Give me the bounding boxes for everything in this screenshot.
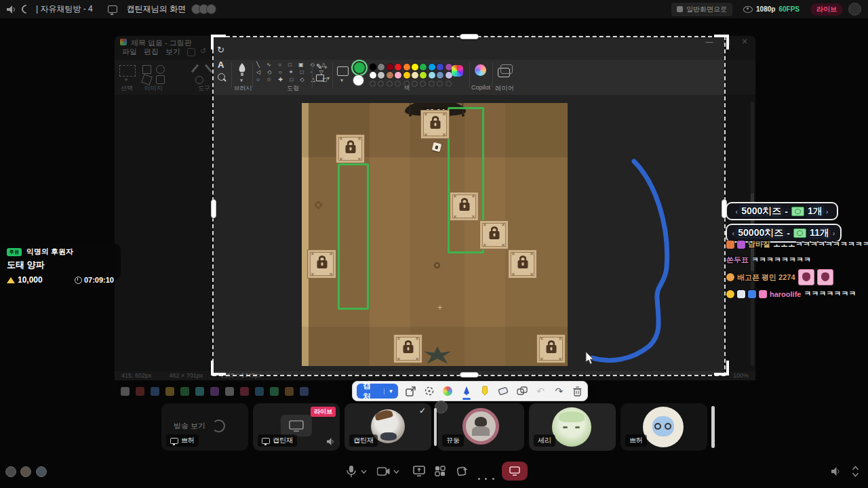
capture-toolbar: 캡처 ▼ ↶ ↷ [352,381,588,401]
stop-sharing-button[interactable] [502,462,528,481]
capture-button[interactable]: 캡처 ▼ [357,384,398,399]
chat-text: ㅋㅋㅋㅋㅋㅋㅋ [804,289,856,299]
camera-button[interactable] [377,467,390,476]
recapture-icon[interactable] [424,386,435,397]
selection-corner-handle[interactable] [211,361,226,375]
right-arrow-icon[interactable]: › [833,229,835,237]
chat-badge-icon [748,290,756,298]
profile-button[interactable] [848,3,861,16]
watch-broadcast-button[interactable]: 방송 보기 [174,421,205,431]
expand-collapse-icon[interactable] [852,466,859,477]
active-tool-indicator [462,398,471,400]
taskbar-app-icon[interactable] [255,387,264,396]
taskbar-app-icon[interactable] [285,387,294,396]
donation-title: 익명의 후원자 [26,247,73,257]
cheese-button-5000[interactable]: ‹ 5000치즈 - 1개 › [726,202,838,220]
apps-grid-button[interactable] [435,466,446,476]
tiles-scroll-indicator[interactable] [434,408,437,446]
participant-avatars [5,466,47,480]
taskbar-app-icon[interactable] [180,387,189,396]
eraser-tool[interactable] [498,386,509,397]
redo-button[interactable]: ↷ [553,386,564,397]
cheese-amount: 5000치즈 [741,205,781,218]
chat-username[interactable]: 쏜두표 [726,255,749,265]
selection-bottom-handle[interactable] [460,372,479,378]
donation-badge: 후원 [7,248,22,256]
selection-corner-handle[interactable] [211,35,226,49]
chat-badge-icon [726,290,734,298]
tile-avatar-ppeuheo[interactable]: 쁘허 [620,403,707,451]
selection-top-handle[interactable] [460,34,479,39]
paint-app-shortcut-icon[interactable] [442,386,453,397]
tile-avatar-seri[interactable]: 세리 [529,403,616,451]
live-badge: 라이브 [810,3,843,16]
tile-name-label: 캡틴재 [349,434,378,447]
donation-name: 도태 양파 [7,259,114,271]
avatar[interactable] [20,466,31,477]
chat-badge-icon [726,241,734,249]
chat-badge-icon [726,273,734,281]
screen-mode-button[interactable]: 일반화면으로 [671,3,732,16]
microphone-button[interactable] [346,465,357,478]
tiles-scrollbar[interactable] [711,406,715,448]
chat-username[interactable]: 남바질 [748,239,770,249]
undo-button: ↶ [535,386,546,397]
left-arrow-icon[interactable]: ‹ [736,207,738,216]
tile-avatar-kkyudung[interactable]: 뀨둥 [437,403,524,451]
donation-amount: 10,000 [18,275,43,285]
taskbar-app-icon[interactable] [225,387,234,396]
effects-button[interactable] [456,466,468,476]
dash: - [787,228,790,239]
taskbar-app-icon[interactable] [210,387,219,396]
camera-options-chevron-icon[interactable] [393,470,399,474]
more-options-button[interactable] [478,470,494,483]
monitor-icon [509,466,520,476]
ballpoint-pen-tool[interactable] [461,386,472,397]
call-icon[interactable] [20,3,32,15]
avatar[interactable] [36,466,47,477]
tile-name-label: 쁘허 [625,434,647,447]
stream-quality[interactable]: 1080p 60FPS [738,3,805,15]
taskbar-app-icon[interactable] [165,387,174,396]
taskbar-strip [121,386,315,399]
selection-corner-handle[interactable] [714,35,729,49]
monitor-icon [170,438,178,444]
left-arrow-icon[interactable]: ‹ [732,229,735,237]
taskbar-app-icon[interactable] [151,387,159,396]
mic-options-chevron-icon[interactable] [361,470,367,474]
taskbar-app-icon[interactable] [195,387,204,396]
delete-button[interactable] [572,386,583,397]
cheese-bill-icon [793,228,806,238]
output-volume-icon[interactable] [831,467,842,476]
chat-username[interactable]: 배고픈 평민 2274 [737,272,795,283]
tile-broadcast-ppeuheo[interactable]: 방송 보기 쁘허 [161,403,248,451]
shapes-tool[interactable] [517,386,528,397]
refresh-icon[interactable] [212,420,225,432]
mode-icon [677,6,683,12]
share-screen-button[interactable] [413,466,425,476]
capture-selection-rect[interactable] [214,37,724,375]
tile-volume-icon[interactable] [327,438,335,445]
tile-screen-captainjae[interactable]: 라이브 캡틴재 [253,403,340,451]
screen-title: 캡틴재님의 화면 [127,3,186,15]
right-arrow-icon[interactable]: › [826,207,829,216]
cheese-count: 1개 [808,205,823,218]
taskbar-app-icon[interactable] [121,387,130,396]
chat-username[interactable]: haroolife [770,290,801,298]
open-in-app-icon[interactable] [406,386,416,397]
selection-left-handle[interactable] [211,199,216,218]
avatar[interactable] [5,466,16,477]
tile-avatar-captainjae[interactable]: ✓ 캡틴재 [344,403,431,451]
taskbar-app-icon[interactable] [136,387,144,396]
highlighter-tool[interactable] [479,386,490,397]
chat-emote [798,269,814,285]
taskbar-app-icon[interactable] [300,387,309,396]
capture-dropdown-icon[interactable]: ▼ [384,388,398,394]
speaker-icon[interactable] [7,5,16,14]
taskbar-app-icon[interactable] [270,387,279,396]
cheese-count: 11개 [810,227,829,239]
taskbar-app-icon[interactable] [240,387,249,396]
selection-corner-handle[interactable] [714,361,729,375]
chat-message: 배고픈 평민 2274 [726,269,833,285]
dim-overlay-left [114,35,214,381]
